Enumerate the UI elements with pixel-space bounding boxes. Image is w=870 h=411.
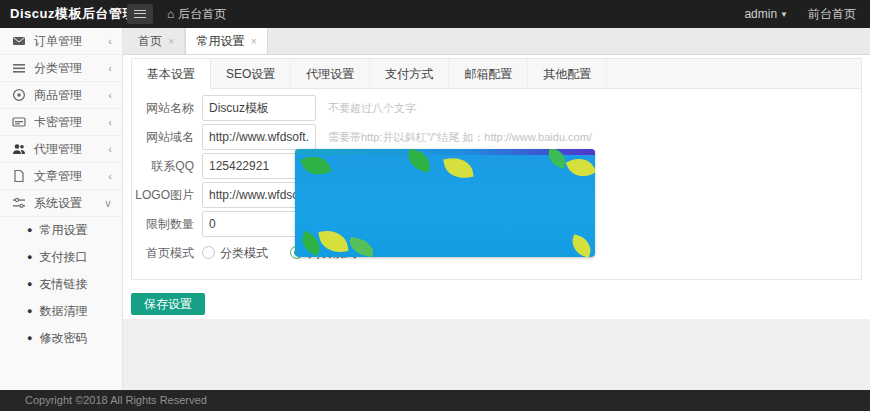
tab-label: 常用设置 [196, 34, 244, 48]
tab-seo-settings[interactable]: SEO设置 [211, 59, 291, 88]
leaf-decoration [566, 153, 595, 182]
field-label: 网站域名 [132, 129, 194, 146]
bullet-icon: ● [27, 333, 32, 343]
tab-label: 首页 [138, 34, 162, 48]
sidebar-item-label: 分类管理 [34, 55, 82, 82]
field-label: 网站名称 [132, 100, 194, 117]
sidebar-item-system-settings[interactable]: 系统设置 ∨ [0, 190, 122, 217]
frontend-home-link[interactable]: 前台首页 [808, 6, 856, 23]
admin-label: admin [744, 7, 777, 21]
sidebar-item-categories[interactable]: 分类管理 ‹ [0, 55, 122, 82]
tab-content: 基本设置 SEO设置 代理设置 支付方式 邮箱配置 其他配置 网站名称 不要超过… [123, 55, 870, 319]
leaf-decoration [443, 155, 473, 181]
tab-mail-config[interactable]: 邮箱配置 [449, 59, 528, 88]
close-icon[interactable]: × [250, 35, 256, 47]
tab-common-settings[interactable]: 常用设置× [185, 28, 267, 54]
sidebar-item-label: 商品管理 [34, 82, 82, 109]
sidebar-subitem-change-password[interactable]: ●修改密码 [0, 325, 122, 352]
sidebar-subitem-label: 修改密码 [39, 331, 87, 345]
field-label: LOGO图片 [132, 187, 194, 204]
admin-menu[interactable]: admin▼ [744, 7, 788, 21]
sidebar-item-cardkeys[interactable]: 卡密管理 ‹ [0, 109, 122, 136]
chevron-left-icon: ‹ [108, 163, 112, 190]
field-hint: 不要超过八个文字 [328, 101, 416, 116]
topbar-home-label: 后台首页 [178, 7, 226, 21]
site-name-input[interactable] [202, 95, 316, 121]
sidebar: 订单管理 ‹ 分类管理 ‹ 商品管理 ‹ 卡密管理 ‹ 代理管理 ‹ 文章管理 [0, 28, 123, 390]
users-icon [12, 142, 26, 156]
chevron-left-icon: ‹ [108, 136, 112, 163]
chevron-left-icon: ‹ [108, 109, 112, 136]
field-label: 首页模式 [132, 245, 194, 262]
sidebar-item-orders[interactable]: 订单管理 ‹ [0, 28, 122, 55]
field-hint: 需要带http:并以斜杠"/"结尾 如：http://www.baidu.com… [328, 130, 592, 145]
sidebar-item-products[interactable]: 商品管理 ‹ [0, 82, 122, 109]
leaf-decoration [319, 228, 349, 255]
chevron-left-icon: ‹ [108, 28, 112, 55]
close-icon[interactable]: × [168, 35, 174, 47]
chevron-left-icon: ‹ [108, 82, 112, 109]
save-settings-button[interactable]: 保存设置 [131, 293, 205, 315]
app-title: Discuz模板后台管理 [0, 5, 123, 23]
sidebar-item-agents[interactable]: 代理管理 ‹ [0, 136, 122, 163]
tab-payment-methods[interactable]: 支付方式 [370, 59, 449, 88]
home-icon: ⌂ [167, 7, 174, 21]
leaf-decoration [300, 151, 331, 179]
basic-settings-form: 网站名称 不要超过八个文字 网站域名 需要带http:并以斜杠"/"结尾 如：h… [132, 89, 861, 279]
chevron-down-icon: ▼ [780, 10, 788, 19]
card-icon [12, 115, 26, 129]
target-icon [12, 88, 26, 102]
document-icon [12, 169, 26, 183]
sidebar-item-label: 代理管理 [34, 136, 82, 163]
bullet-icon: ● [27, 252, 32, 262]
form-row-site-domain: 网站域名 需要带http:并以斜杠"/"结尾 如：http://www.baid… [132, 124, 861, 150]
sidebar-subitem-common-settings[interactable]: ●常用设置 [0, 217, 122, 244]
radio-option-category-mode[interactable]: 分类模式 [202, 245, 268, 262]
tab-home[interactable]: 首页× [128, 28, 185, 54]
window-tabstrip: 首页× 常用设置× [123, 28, 870, 55]
field-label: 限制数量 [132, 216, 194, 233]
radio-label: 分类模式 [220, 246, 268, 260]
sidebar-subitem-label: 友情链接 [39, 277, 87, 291]
sidebar-item-label: 系统设置 [34, 190, 82, 217]
settings-tabbar: 基本设置 SEO设置 代理设置 支付方式 邮箱配置 其他配置 [132, 59, 861, 89]
main-area: 首页× 常用设置× 基本设置 SEO设置 代理设置 支付方式 邮箱配置 其他配置… [123, 28, 870, 390]
site-domain-input[interactable] [202, 124, 316, 150]
tab-agent-settings[interactable]: 代理设置 [291, 59, 370, 88]
form-row-site-name: 网站名称 不要超过八个文字 [132, 95, 861, 121]
radio-unchecked-icon[interactable] [202, 246, 215, 259]
sidebar-item-label: 订单管理 [34, 28, 82, 55]
tab-basic-settings[interactable]: 基本设置 [132, 59, 211, 89]
sidebar-subitem-label: 数据清理 [39, 304, 87, 318]
leaf-decoration [348, 237, 375, 257]
tab-other-config[interactable]: 其他配置 [528, 59, 607, 88]
bullet-icon: ● [27, 306, 32, 316]
sidebar-item-articles[interactable]: 文章管理 ‹ [0, 163, 122, 190]
topbar-home-tab[interactable]: ⌂后台首页 [167, 6, 226, 23]
topbar: Discuz模板后台管理 ⌂后台首页 admin▼ 前台首页 [0, 0, 870, 28]
sidebar-subitem-friend-links[interactable]: ●友情链接 [0, 271, 122, 298]
leaf-decoration [569, 234, 595, 257]
sidebar-subitem-data-cleanup[interactable]: ●数据清理 [0, 298, 122, 325]
sidebar-subitem-label: 常用设置 [39, 223, 87, 237]
hamburger-icon [134, 10, 146, 18]
sidebar-item-label: 卡密管理 [34, 109, 82, 136]
envelope-icon [12, 34, 26, 48]
sidebar-item-label: 文章管理 [34, 163, 82, 190]
footer-copyright: Copyright ©2018 All Rights Reserved [0, 390, 870, 411]
field-label: 联系QQ [132, 158, 194, 175]
menu-toggle-button[interactable] [127, 4, 153, 24]
chevron-down-icon: ∨ [104, 190, 112, 217]
logo-preview-image [295, 149, 595, 257]
settings-panel: 基本设置 SEO设置 代理设置 支付方式 邮箱配置 其他配置 网站名称 不要超过… [131, 58, 862, 280]
sidebar-subitem-label: 支付接口 [39, 250, 87, 264]
sidebar-subitem-payment-api[interactable]: ●支付接口 [0, 244, 122, 271]
bullet-icon: ● [27, 225, 32, 235]
chevron-left-icon: ‹ [108, 55, 112, 82]
bullet-icon: ● [27, 279, 32, 289]
list-icon [12, 61, 26, 75]
sliders-icon [12, 196, 26, 210]
